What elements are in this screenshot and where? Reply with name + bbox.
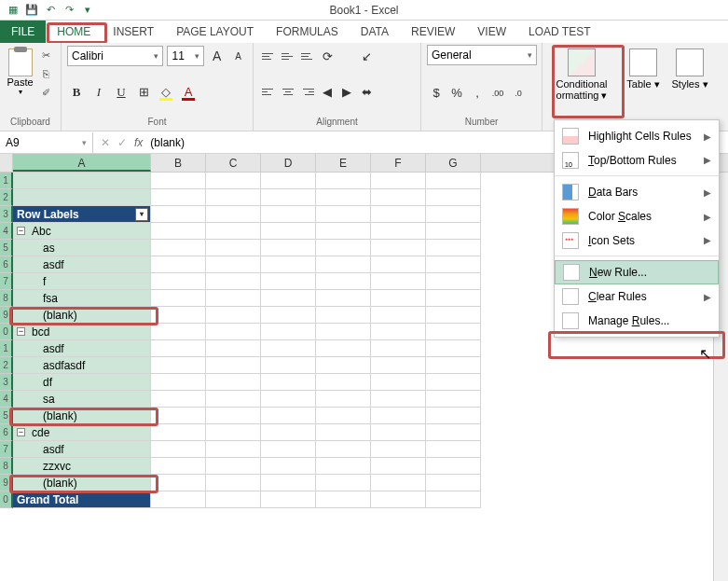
tab-review[interactable]: REVIEW	[400, 21, 466, 43]
cut-icon[interactable]: ✂	[36, 47, 55, 63]
cell[interactable]	[371, 374, 426, 391]
cell[interactable]	[206, 256, 261, 273]
undo-icon[interactable]: ↶	[43, 3, 58, 18]
row-header[interactable]: 8	[0, 290, 13, 307]
cell[interactable]	[316, 475, 371, 491]
cell[interactable]	[316, 189, 371, 206]
cell[interactable]: −cde	[13, 424, 151, 441]
cell[interactable]	[426, 189, 481, 206]
tab-page-layout[interactable]: PAGE LAYOUT	[165, 21, 265, 43]
cell[interactable]	[206, 290, 261, 307]
menu-item[interactable]: Manage Rules...	[555, 309, 719, 333]
cell[interactable]	[261, 441, 316, 458]
cell[interactable]	[261, 491, 316, 508]
menu-item[interactable]: Icon Sets▶	[555, 228, 719, 256]
tab-insert[interactable]: INSERT	[102, 21, 165, 43]
align-bottom-icon[interactable]	[298, 47, 317, 65]
cell[interactable]	[371, 391, 426, 408]
font-size-combo[interactable]: 11▾	[167, 46, 204, 66]
cell[interactable]	[371, 240, 426, 256]
cell[interactable]	[426, 173, 481, 189]
border-icon[interactable]: ⊞	[134, 83, 153, 102]
cell[interactable]	[261, 273, 316, 290]
cell[interactable]	[206, 441, 261, 458]
cell[interactable]	[371, 206, 426, 223]
cell[interactable]: asdf	[13, 441, 151, 458]
cell[interactable]	[151, 206, 206, 223]
cell[interactable]	[151, 324, 206, 340]
increase-indent-icon[interactable]: ▶	[337, 83, 356, 102]
cell[interactable]	[316, 340, 371, 357]
cell[interactable]	[151, 223, 206, 240]
cell[interactable]	[151, 307, 206, 324]
filter-icon[interactable]: ▾	[135, 208, 148, 221]
cell[interactable]	[151, 391, 206, 408]
row-header[interactable]: 0	[0, 491, 13, 508]
cell[interactable]	[151, 374, 206, 391]
cell[interactable]	[151, 290, 206, 307]
cancel-icon[interactable]: ✕	[101, 136, 110, 149]
column-header[interactable]: A	[13, 154, 151, 172]
row-header[interactable]: 0	[0, 324, 13, 340]
cell[interactable]	[426, 223, 481, 240]
cell[interactable]	[206, 458, 261, 475]
cell[interactable]	[316, 273, 371, 290]
cell[interactable]	[371, 475, 426, 491]
cell[interactable]	[261, 173, 316, 189]
cell[interactable]	[261, 240, 316, 256]
cell[interactable]	[371, 458, 426, 475]
cell[interactable]	[261, 374, 316, 391]
cell[interactable]	[371, 173, 426, 189]
cell[interactable]	[151, 240, 206, 256]
increase-decimal-icon[interactable]: .00	[488, 84, 507, 103]
row-header[interactable]: 9	[0, 307, 13, 324]
cell[interactable]	[371, 307, 426, 324]
grow-font-icon[interactable]: A	[208, 47, 226, 65]
cell[interactable]	[261, 340, 316, 357]
column-header[interactable]: G	[426, 154, 481, 172]
row-header[interactable]: 8	[0, 458, 13, 475]
percent-icon[interactable]: %	[447, 84, 466, 103]
cell[interactable]	[151, 189, 206, 206]
cell[interactable]	[316, 256, 371, 273]
cell[interactable]	[151, 357, 206, 374]
cell[interactable]	[426, 290, 481, 307]
decrease-decimal-icon[interactable]: .0	[509, 84, 528, 103]
cell[interactable]	[316, 324, 371, 340]
qat-dropdown-icon[interactable]: ▾	[80, 3, 95, 18]
cell[interactable]	[426, 475, 481, 491]
row-header[interactable]: 3	[0, 374, 13, 391]
cell[interactable]	[206, 273, 261, 290]
row-header[interactable]: 6	[0, 424, 13, 441]
cell[interactable]	[13, 173, 151, 189]
cell[interactable]	[261, 189, 316, 206]
column-header[interactable]: F	[371, 154, 426, 172]
format-table-button[interactable]: Table ▾	[625, 47, 662, 127]
cell[interactable]	[151, 173, 206, 189]
cell[interactable]	[371, 223, 426, 240]
cell[interactable]	[206, 491, 261, 508]
paste-button[interactable]: Paste ▾	[6, 45, 34, 101]
copy-icon[interactable]: ⎘	[36, 65, 55, 82]
collapse-icon[interactable]: −	[17, 327, 25, 336]
cell[interactable]: −Abc	[13, 223, 151, 240]
cell[interactable]	[206, 424, 261, 441]
shrink-font-icon[interactable]: A	[229, 47, 247, 65]
comma-icon[interactable]: ,	[468, 84, 487, 103]
cell[interactable]	[261, 357, 316, 374]
cell[interactable]	[151, 408, 206, 424]
cell[interactable]	[426, 273, 481, 290]
row-header[interactable]: 3	[0, 206, 13, 223]
cell[interactable]	[426, 491, 481, 508]
column-header[interactable]: D	[261, 154, 316, 172]
tab-load-test[interactable]: LOAD TEST	[517, 21, 601, 43]
cell[interactable]	[316, 223, 371, 240]
cell[interactable]	[316, 458, 371, 475]
name-box[interactable]: A9▾	[0, 132, 93, 153]
cell[interactable]: −bcd	[13, 324, 151, 340]
cell[interactable]	[371, 357, 426, 374]
cell[interactable]	[206, 206, 261, 223]
cell[interactable]	[371, 256, 426, 273]
cell[interactable]: (blank)	[13, 475, 151, 491]
column-header[interactable]: E	[316, 154, 371, 172]
